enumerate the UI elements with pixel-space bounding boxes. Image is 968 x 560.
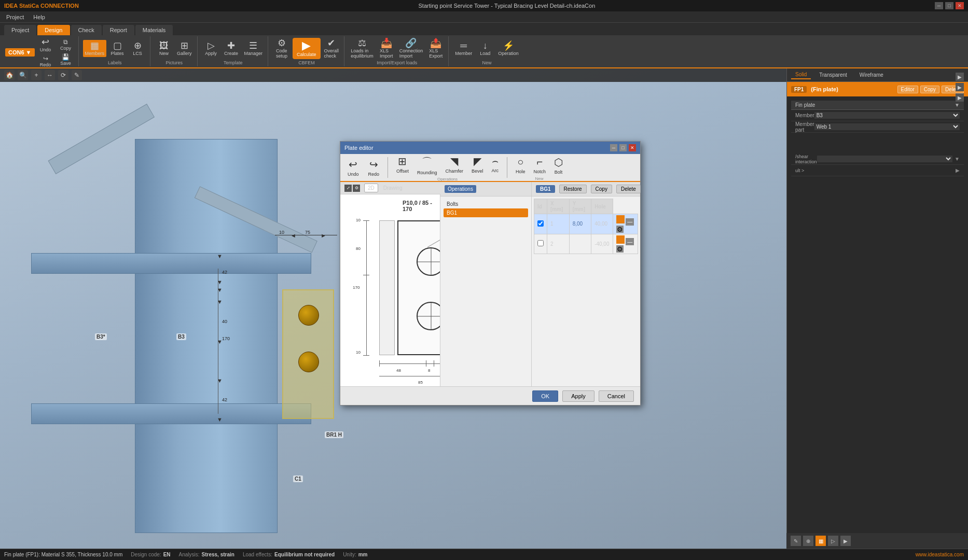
viewport[interactable]: 🏠 🔍 + ↔ ⟳ ✎: [0, 68, 786, 549]
code-setup-button[interactable]: ⚙Codesetup: [272, 37, 291, 60]
pe-undo-button[interactable]: ↩Undo: [344, 157, 362, 178]
bg1-delete-button[interactable]: Delete: [616, 185, 641, 193]
rotate-button[interactable]: ⟳: [58, 70, 68, 80]
menu-project[interactable]: Project: [2, 13, 28, 21]
toolbar-icon-2[interactable]: ⊕: [803, 536, 813, 546]
bg1-restore-button[interactable]: Restore: [559, 185, 587, 193]
connection-selector[interactable]: CON6 ▼: [5, 48, 35, 57]
pe-notch-button[interactable]: ⌐Notch: [530, 155, 549, 176]
dialog-close[interactable]: ✕: [629, 144, 636, 151]
zoom-in-button[interactable]: +: [31, 70, 42, 80]
bg1-cell-id-x-2[interactable]: [569, 234, 591, 254]
connection-import-button[interactable]: 🔗ConnectionImport: [397, 37, 425, 60]
website-link[interactable]: www.ideastatica.com: [916, 552, 964, 557]
toolbar-icon-3[interactable]: ▦: [815, 536, 826, 546]
tab-project[interactable]: Project: [4, 25, 36, 35]
search-view-button[interactable]: 🔍: [18, 70, 28, 80]
ops-tab-operations[interactable]: Operations: [445, 185, 476, 193]
toolbar-icon-1[interactable]: ✎: [791, 536, 801, 546]
redo-button[interactable]: ↪Redo: [36, 54, 55, 68]
hole-settings-1[interactable]: ⚙: [616, 226, 624, 233]
bg1-checkbox-1[interactable]: [537, 220, 544, 227]
hole-minus-2[interactable]: —: [626, 238, 634, 245]
tab-check[interactable]: Check: [71, 25, 102, 35]
home-view-button[interactable]: 🏠: [4, 70, 15, 80]
ops-bolts[interactable]: Bolts: [444, 200, 528, 208]
hole-color-2[interactable]: [616, 235, 625, 244]
menu-help[interactable]: Help: [29, 13, 49, 21]
ult-arrow[interactable]: ▶: [956, 167, 960, 173]
expand-icon[interactable]: ⤢: [344, 185, 352, 192]
bg1-copy-button[interactable]: Copy: [591, 185, 612, 193]
pe-chamfer-button[interactable]: ◥Chamfer: [442, 153, 466, 177]
undo-button[interactable]: ↩Undo: [36, 36, 55, 53]
plate-drawing-canvas[interactable]: P10,0 / 85 - 170: [340, 194, 440, 386]
close-button[interactable]: ✕: [956, 2, 964, 9]
xls-import-button[interactable]: 📥XLSImport: [377, 37, 396, 60]
gallery-button[interactable]: ⊞Gallery: [175, 40, 194, 57]
shear-arrow[interactable]: ▼: [955, 156, 960, 162]
editor-button[interactable]: Editor: [897, 86, 918, 93]
wireframe-mode-button[interactable]: Wireframe: [855, 71, 888, 79]
loads-equilibrium-button[interactable]: ⚖Loads inequilibrium: [349, 37, 376, 60]
save-button[interactable]: 💾Save: [57, 53, 75, 67]
toolbar-icon-5[interactable]: ▶: [840, 536, 851, 546]
pe-arc-button[interactable]: ⌢Arc: [488, 153, 502, 177]
apply-button[interactable]: Apply: [562, 390, 594, 402]
cancel-button[interactable]: Cancel: [599, 390, 634, 402]
bg1-cell-checkbox-1[interactable]: [534, 214, 547, 234]
hole-minus-1[interactable]: —: [626, 218, 634, 226]
tab-2d[interactable]: 2D: [364, 184, 378, 192]
plates-button[interactable]: ▢Plates: [108, 40, 127, 57]
expand-arrow-fp[interactable]: ▼: [955, 102, 960, 108]
lcs-button[interactable]: ⊕LCS: [128, 40, 147, 57]
side-icon-3[interactable]: ▶: [956, 93, 964, 102]
calculate-button[interactable]: ▶Calculate: [293, 38, 321, 59]
create-button[interactable]: ✚Create: [222, 40, 241, 57]
members-button[interactable]: ▦Members: [83, 40, 107, 57]
pan-button[interactable]: ↔: [45, 70, 55, 80]
new-member-button[interactable]: ═Member: [453, 40, 474, 57]
settings-icon[interactable]: ⚙: [353, 185, 360, 192]
member-part-dropdown[interactable]: Web 1: [814, 123, 960, 130]
bg1-cell-checkbox-2[interactable]: [534, 234, 547, 254]
member-dropdown[interactable]: B3: [814, 112, 960, 119]
pe-rounding-button[interactable]: ⌒Rounding: [414, 153, 440, 177]
section-fin-plate[interactable]: Fin plate ▼: [791, 101, 964, 110]
tab-design[interactable]: Design: [37, 25, 70, 35]
new-operation-button[interactable]: ⚡Operation: [496, 40, 521, 57]
side-icon-2[interactable]: ▶: [956, 83, 964, 91]
bg1-cell-id-x-1[interactable]: 8,00: [569, 214, 591, 234]
shear-dropdown[interactable]: [817, 156, 953, 162]
new-load-button[interactable]: ↓Load: [476, 40, 494, 57]
manager-button[interactable]: ☰Manager: [242, 40, 265, 57]
new-picture-button[interactable]: 🖼New: [155, 40, 173, 57]
hole-settings-2[interactable]: ⚙: [616, 245, 624, 253]
side-icon-1[interactable]: ▶: [956, 73, 964, 81]
pe-offset-button[interactable]: ⊞Offset: [393, 153, 412, 177]
edit-view-button[interactable]: ✎: [72, 70, 82, 80]
pe-redo-button[interactable]: ↪Redo: [365, 157, 383, 178]
minimize-button[interactable]: ─: [935, 2, 943, 9]
maximize-button[interactable]: □: [945, 2, 953, 9]
toolbar-icon-4[interactable]: ▷: [828, 536, 838, 546]
hole-color-1[interactable]: [616, 215, 625, 223]
dialog-maximize[interactable]: □: [619, 144, 627, 151]
tab-materials[interactable]: Materials: [135, 25, 173, 35]
ok-button[interactable]: OK: [532, 390, 558, 402]
pe-bevel-button[interactable]: ◤Bevel: [468, 153, 487, 177]
tab-drawing[interactable]: Drawing: [380, 184, 406, 192]
overall-check-button[interactable]: ✔Overallcheck: [322, 37, 341, 60]
solid-mode-button[interactable]: Solid: [791, 71, 811, 79]
transparent-mode-button[interactable]: Transparent: [815, 71, 851, 79]
pe-bolt-button[interactable]: ⬡Bolt: [551, 155, 566, 176]
copy-button[interactable]: ⧉Copy: [57, 38, 75, 52]
bg1-checkbox-2[interactable]: [537, 240, 544, 246]
xls-export-button[interactable]: 📤XLSExport: [426, 37, 445, 60]
dialog-minimize[interactable]: ─: [610, 144, 617, 151]
tab-report[interactable]: Report: [103, 25, 134, 35]
bg1-tab-label[interactable]: BG1: [536, 185, 555, 193]
ops-bg1[interactable]: BG1: [444, 208, 528, 217]
pe-hole-button[interactable]: ○Hole: [513, 155, 529, 176]
apply-button[interactable]: ▷Apply: [202, 40, 220, 57]
